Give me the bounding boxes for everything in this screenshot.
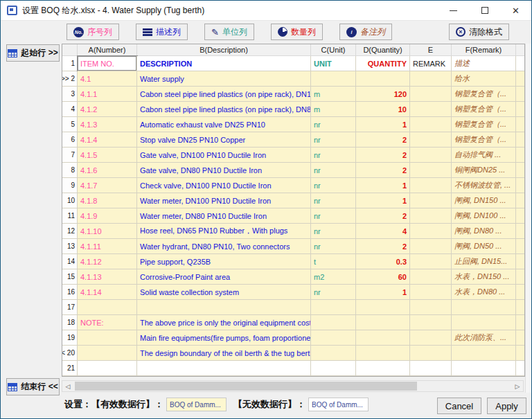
cell-extra[interactable] bbox=[516, 239, 524, 254]
cell-a[interactable]: 4.1.2 bbox=[78, 102, 137, 117]
cell-d[interactable]: 60 bbox=[356, 269, 410, 285]
horizontal-scrollbar[interactable]: ◁ ▷ bbox=[62, 380, 524, 392]
row-number[interactable]: 9 bbox=[62, 178, 78, 193]
cell-extra[interactable] bbox=[516, 87, 524, 102]
cell-c[interactable]: t bbox=[311, 254, 356, 269]
description-column-button[interactable]: 描述列 bbox=[136, 24, 188, 40]
cell-e[interactable] bbox=[410, 102, 452, 117]
cell-b[interactable] bbox=[137, 361, 311, 376]
row-number[interactable]: >> 2 bbox=[62, 71, 78, 87]
cell-d[interactable]: 2 bbox=[356, 148, 410, 163]
close-button[interactable]: ✕ bbox=[500, 1, 531, 20]
apply-button[interactable]: Apply bbox=[487, 398, 526, 414]
cell-b[interactable]: The design boundary of the oil berth & t… bbox=[137, 346, 311, 361]
cell-b[interactable]: Gate valve, DN80 PN10 Ductile Iron bbox=[137, 163, 311, 178]
cell-d[interactable] bbox=[356, 300, 410, 315]
cell-b[interactable]: Gate valve, DN100 PN10 Ductile Iron bbox=[137, 148, 311, 163]
cell-a[interactable]: 4.1.12 bbox=[78, 254, 137, 269]
cell-extra[interactable] bbox=[516, 102, 524, 117]
cell-f[interactable]: 此次消防泵、... bbox=[452, 330, 516, 346]
valid-rows-field[interactable]: BOQ of Damm... bbox=[166, 398, 227, 411]
cell-e[interactable] bbox=[410, 132, 452, 148]
cell-f[interactable]: 闸阀, DN80 ... bbox=[452, 224, 516, 239]
column-header-e[interactable]: E bbox=[410, 44, 452, 56]
row-number[interactable]: 17 bbox=[62, 300, 78, 315]
cell-b[interactable]: DESCRIPTION bbox=[137, 56, 311, 71]
cell-f[interactable]: 水表，DN80 ... bbox=[452, 285, 516, 300]
cell-extra[interactable] bbox=[516, 148, 524, 163]
cell-a[interactable]: 4.1.13 bbox=[78, 269, 137, 285]
cell-d[interactable]: 2 bbox=[356, 132, 410, 148]
cell-extra[interactable] bbox=[516, 178, 524, 193]
scroll-left-arrow-icon[interactable]: ◁ bbox=[62, 381, 73, 391]
cell-b[interactable]: Pipe support, Q235B bbox=[137, 254, 311, 269]
cell-e[interactable] bbox=[410, 300, 452, 315]
cell-c[interactable]: nr bbox=[311, 208, 356, 224]
cell-extra[interactable] bbox=[516, 361, 524, 376]
cell-b[interactable]: Corrosive-Proof Paint area bbox=[137, 269, 311, 285]
cell-f[interactable]: 闸阀, DN100 ... bbox=[452, 208, 516, 224]
cell-a[interactable] bbox=[78, 346, 137, 361]
minimize-button[interactable] bbox=[438, 1, 469, 20]
cell-extra[interactable] bbox=[516, 346, 524, 361]
cell-e[interactable]: REMARK bbox=[410, 56, 452, 71]
cell-c[interactable]: nr bbox=[311, 224, 356, 239]
cell-d[interactable]: 1 bbox=[356, 117, 410, 132]
clear-format-button[interactable]: × 清除格式 bbox=[449, 24, 509, 40]
cell-f[interactable]: 铜闸阀DN25 ... bbox=[452, 163, 516, 178]
cell-b[interactable]: Hose reel, DN65 PN10 Rubber，With plugs bbox=[137, 224, 311, 239]
cell-f[interactable]: 给水 bbox=[452, 71, 516, 87]
row-number[interactable]: 8 bbox=[62, 163, 78, 178]
cell-extra[interactable] bbox=[516, 193, 524, 208]
cell-a[interactable] bbox=[78, 361, 137, 376]
cell-c[interactable]: nr bbox=[311, 148, 356, 163]
column-header-b[interactable]: B(Description) bbox=[137, 44, 311, 56]
quantity-column-button[interactable]: 数量列 bbox=[271, 24, 323, 40]
cell-b[interactable]: Cabon steel pipe lined plastics (on pipe… bbox=[137, 102, 311, 117]
cell-d[interactable]: QUANTITY bbox=[356, 56, 410, 71]
cell-c[interactable]: m2 bbox=[311, 269, 356, 285]
cell-b[interactable]: Water meter, DN80 PN10 Ductile Iron bbox=[137, 208, 311, 224]
row-number[interactable]: 1 bbox=[62, 56, 78, 71]
cell-f[interactable] bbox=[452, 315, 516, 330]
cell-a[interactable]: NOTE: bbox=[78, 315, 137, 330]
cell-e[interactable] bbox=[410, 193, 452, 208]
cell-extra[interactable] bbox=[516, 117, 524, 132]
cell-b[interactable] bbox=[137, 300, 311, 315]
cell-e[interactable] bbox=[410, 346, 452, 361]
cell-e[interactable] bbox=[410, 148, 452, 163]
cancel-button[interactable]: Cancel bbox=[437, 398, 481, 414]
row-number[interactable]: 12 bbox=[62, 224, 78, 239]
row-number[interactable]: << 20 bbox=[62, 346, 78, 361]
cell-b[interactable]: Water meter, DN100 PN10 Ductile Iron bbox=[137, 193, 311, 208]
cell-c[interactable]: m bbox=[311, 102, 356, 117]
cell-d[interactable] bbox=[356, 71, 410, 87]
remark-column-button[interactable]: i 备注列 bbox=[339, 24, 392, 40]
cell-d[interactable]: 1 bbox=[356, 178, 410, 193]
cell-e[interactable] bbox=[410, 178, 452, 193]
cell-a[interactable]: ITEM NO. bbox=[78, 56, 137, 71]
unit-column-button[interactable]: ✎ 单位列 bbox=[204, 24, 254, 40]
cell-f[interactable]: 描述 bbox=[452, 56, 516, 71]
cell-d[interactable]: 1 bbox=[356, 193, 410, 208]
cell-extra[interactable] bbox=[516, 254, 524, 269]
cell-d[interactable]: 2 bbox=[356, 163, 410, 178]
cell-a[interactable] bbox=[78, 300, 137, 315]
cell-a[interactable]: 4.1.4 bbox=[78, 132, 137, 148]
cell-c[interactable] bbox=[311, 330, 356, 346]
row-number[interactable]: 4 bbox=[62, 102, 78, 117]
cell-b[interactable]: Main fire equipments(fire pumps, foam pr… bbox=[137, 330, 311, 346]
cell-e[interactable] bbox=[410, 224, 452, 239]
cell-f[interactable]: 水表，DN150 ... bbox=[452, 269, 516, 285]
row-number[interactable]: 21 bbox=[62, 361, 78, 376]
cell-a[interactable]: 4.1 bbox=[78, 71, 137, 87]
cell-b[interactable]: Cabon steel pipe lined plastics (on pipe… bbox=[137, 87, 311, 102]
cell-e[interactable] bbox=[410, 361, 452, 376]
vertical-scrollbar[interactable] bbox=[525, 44, 531, 393]
cell-f[interactable]: 钢塑复合管（... bbox=[452, 132, 516, 148]
cell-b[interactable]: Water supply bbox=[137, 71, 311, 87]
cell-extra[interactable] bbox=[516, 56, 524, 71]
cell-extra[interactable] bbox=[516, 300, 524, 315]
cell-e[interactable] bbox=[410, 87, 452, 102]
cell-a[interactable]: 4.1.7 bbox=[78, 178, 137, 193]
